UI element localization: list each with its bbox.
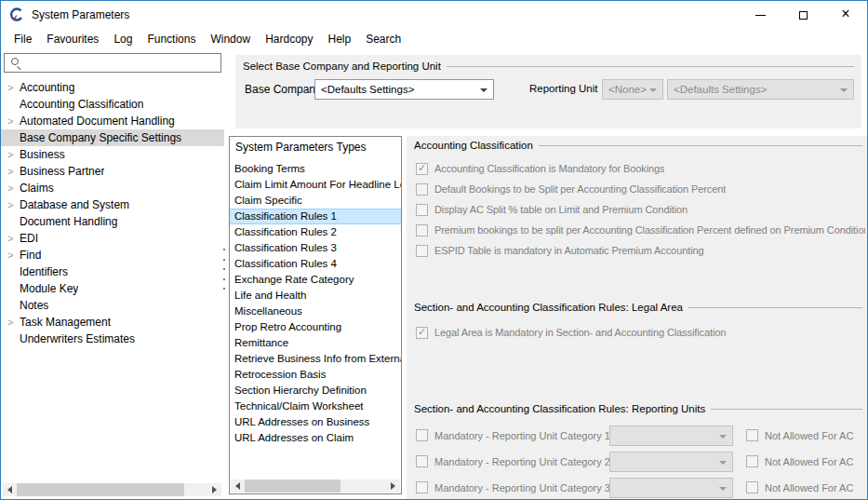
maximize-button[interactable] [781,1,824,29]
section-title: Section- and Accounting Classification R… [414,302,683,313]
minimize-icon [755,15,766,16]
base-company-value: <Defaults Settings> [321,84,414,95]
expand-chevron-icon[interactable]: > [7,148,13,161]
list-item-retrieve-business-info[interactable]: Retrieve Business Info from External [230,351,401,367]
search-icon [11,58,19,65]
tree-item-accounting-classification[interactable]: > Accounting Classification [1,96,224,113]
tree-item-base-company-specific-settings[interactable]: > Base Company Specific Settings [1,129,224,146]
list-item-claim-limit-amount[interactable]: Claim Limit Amount For Headline Loss [230,177,401,193]
reporting-unit-select-1: <None> [602,79,663,100]
scrollbar-track[interactable] [17,483,207,496]
tree-item-identifiers[interactable]: > Identifiers [1,264,224,280]
list-item-classification-rules-4[interactable]: Classification Rules 4 [230,256,401,272]
tree-item-module-key[interactable]: > Module Key [1,280,224,297]
tree-item-document-handling[interactable]: > Document Handling [1,213,224,230]
list-item-prop-retro-accounting[interactable]: Prop Retro Accounting [230,319,401,335]
dropdown-arrow-icon [719,487,727,491]
menu-item-functions[interactable]: Functions [140,29,203,49]
grip-dot [223,259,225,261]
list-item-life-and-health[interactable]: Life and Health [230,288,401,304]
menu-item-favourites[interactable]: Favourites [39,29,106,49]
reporting-unit-value-2: <Defaults Settings> [674,84,767,95]
tree-item-business[interactable]: > Business [1,146,224,163]
base-company-select[interactable]: <Defaults Settings> [314,79,494,100]
menu-item-search[interactable]: Search [358,29,408,49]
scrollbar-thumb[interactable] [17,483,184,496]
checkbox-label: Not Allowed For AC [765,482,853,493]
scrollbar-thumb[interactable] [245,480,341,493]
triangle-right-icon [212,486,217,493]
checkbox-label: Not Allowed For AC [765,430,853,441]
triangle-left-icon [7,486,12,493]
list-item-miscellaneous[interactable]: Miscellaneous [230,304,401,319]
checkbox-label: Not Allowed For AC [765,456,853,467]
search-box [4,53,221,73]
window-controls: × [739,1,867,29]
list-item-claim-specific[interactable]: Claim Specific [230,193,401,209]
scroll-left-arrow[interactable] [3,483,17,496]
list-header: System Parameters Types [230,137,401,157]
sidebar-horizontal-scrollbar[interactable] [3,483,221,496]
list-horizontal-scrollbar[interactable] [231,480,400,493]
tree-item-business-partner[interactable]: > Business Partner [1,163,224,180]
grip-dot [223,288,225,290]
search-input[interactable] [4,53,221,73]
list-item-classification-rules-1[interactable]: Classification Rules 1 [230,209,401,224]
dropdown-arrow-icon [719,435,727,439]
tree-item-database-and-system[interactable]: > Database and System [1,196,224,213]
list-item-url-addresses-on-claim[interactable]: URL Addresses on Claim [230,430,401,446]
close-button[interactable]: × [824,1,867,29]
checkbox-not-allowed-for-ac-2 [746,455,758,467]
checkbox-row-premium-bookings-split: Premium bookings to be split per Account… [416,222,865,238]
tree-item-task-management[interactable]: > Task Management [1,314,224,331]
expand-chevron-icon[interactable]: > [7,165,13,178]
splitter-handle[interactable] [220,249,228,290]
tree-item-edi[interactable]: > EDI [1,230,224,247]
minimize-button[interactable] [739,1,781,29]
list-item-technical-claim-worksheet[interactable]: Technical/Claim Worksheet [230,399,401,414]
expand-chevron-icon[interactable]: > [7,249,13,262]
parameter-types-list: System Parameters Types Booking Terms Cl… [229,136,402,494]
tree-item-claims[interactable]: > Claims [1,180,224,196]
menu-item-file[interactable]: File [7,29,39,49]
checkbox-row-ac-mandatory-bookings: Accounting Classification is Mandatory f… [416,160,865,177]
tree-item-notes[interactable]: > Notes [1,297,224,314]
group-title: Select Base Company and Reporting Unit [243,61,441,72]
list-item-section-hierarchy-definition[interactable]: Section Hierarchy Definition [230,383,401,399]
list-item-remittance[interactable]: Remittance [230,335,401,351]
company-selector-group: Select Base Company and Reporting Unit B… [235,55,861,128]
menu-item-log[interactable]: Log [106,29,140,49]
scroll-left-arrow[interactable] [231,480,245,493]
expand-chevron-icon[interactable]: > [7,198,13,211]
scroll-right-arrow[interactable] [386,480,400,493]
list-item-retrocession-basis[interactable]: Retrocession Basis [230,367,401,383]
select-ru-category-2 [609,452,733,472]
tree-item-label: Identifiers [20,265,68,278]
list-item-booking-terms[interactable]: Booking Terms [230,161,401,177]
scroll-right-arrow[interactable] [207,483,221,496]
section-header-accounting-classification: Accounting Classification [414,139,862,152]
menu-item-help[interactable]: Help [320,29,358,49]
list-item-classification-rules-2[interactable]: Classification Rules 2 [230,224,401,240]
list-item-exchange-rate-category[interactable]: Exchange Rate Category [230,272,401,288]
expand-chevron-icon[interactable]: > [7,182,13,195]
expand-chevron-icon[interactable]: > [7,81,13,94]
checkbox-label: Display AC Split % table on Limit and Pr… [434,204,688,215]
tree-item-find[interactable]: > Find [1,247,224,264]
tree-item-accounting[interactable]: > Accounting [1,79,224,96]
menu-item-hardcopy[interactable]: Hardcopy [258,29,320,49]
list-item-classification-rules-3[interactable]: Classification Rules 3 [230,240,401,256]
scrollbar-track[interactable] [245,480,386,493]
expand-chevron-icon[interactable]: > [7,316,13,329]
expand-chevron-icon[interactable]: > [7,115,13,128]
checkbox-label: Legal Area is Mandatory in Section- and … [434,327,726,338]
expand-chevron-icon[interactable]: > [7,232,13,245]
title-bar: System Parameters × [1,1,867,29]
checkbox-mandatory-ru-category-2 [416,455,428,467]
menu-item-window[interactable]: Window [203,29,258,49]
tree-item-underwriters-estimates[interactable]: > Underwriters Estimates [1,331,224,347]
tree-item-label: Automated Document Handling [20,115,175,128]
list-item-url-addresses-on-business[interactable]: URL Addresses on Business [230,414,401,430]
reporting-unit-value-1: <None> [608,84,647,95]
tree-item-automated-document-handling[interactable]: > Automated Document Handling [1,113,224,129]
